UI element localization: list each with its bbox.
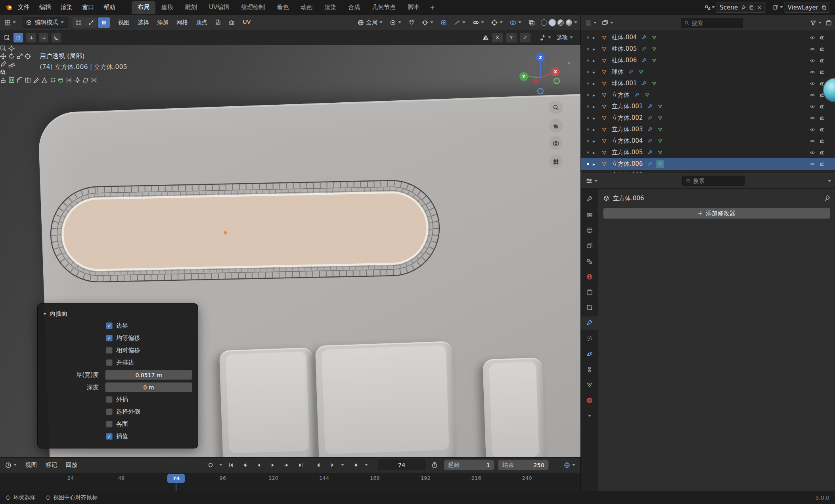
mesh-data-icon[interactable] [656,149,664,157]
disable-render-camera-icon[interactable] [818,137,826,145]
hide-eye-icon[interactable] [808,68,816,76]
modifier-wrench-icon[interactable] [646,149,654,157]
viewport-menu[interactable]: 添加 [153,17,172,28]
material-preview-button[interactable] [557,19,564,26]
outliner-row[interactable]: ▸ 立方体.003 [581,124,835,135]
field-value[interactable]: 0.0517 m [105,370,192,380]
expand-caret-icon[interactable]: ▸ [593,35,598,40]
frame-end-field[interactable]: 结束 250 [498,460,549,470]
rendered-shading-button[interactable] [566,19,572,26]
modifier-wrench-icon[interactable] [646,172,654,173]
modifier-wrench-icon[interactable] [640,57,648,65]
outliner-row[interactable]: ▸ 立方体.005 [581,147,835,158]
workspace-tab[interactable]: 渲染 [318,1,342,14]
checkbox[interactable] [106,433,113,440]
workspace-tab[interactable]: 雕刻 [179,1,203,14]
unlink-icon[interactable]: × [757,4,762,11]
camera-view-button[interactable] [549,136,563,150]
workspace-tab[interactable]: 动画 [295,1,318,14]
tool-knife[interactable] [33,78,39,85]
hide-eye-icon[interactable] [808,172,816,173]
overlays-dropdown[interactable] [509,19,523,26]
disable-render-camera-icon[interactable] [818,114,826,122]
operator-checkbox-row[interactable]: 各面 [43,418,192,430]
select-mode-new-button[interactable] [13,33,23,42]
viewport-menu[interactable]: 网格 [173,17,192,28]
new-collection-icon[interactable] [825,20,832,26]
face-select-button[interactable] [98,17,110,28]
disable-render-camera-icon[interactable] [818,126,826,134]
expand-caret-icon[interactable]: ▸ [593,161,598,167]
tool-smooth[interactable] [57,78,64,85]
object-name[interactable]: 立方体.001 [612,103,643,110]
tab-material[interactable] [581,394,598,407]
copy-icon[interactable] [822,5,826,10]
properties-editor-type-button[interactable] [585,178,599,184]
tool-shear[interactable] [82,78,89,85]
outliner-row[interactable]: ▸ 立方体.006 [581,158,835,170]
auto-keying-toggle[interactable] [205,460,216,470]
tool-box-select[interactable] [0,46,6,53]
hide-eye-icon[interactable] [808,103,816,111]
playhead-badge[interactable]: 74 [167,474,185,483]
outliner-row[interactable]: ▸ 柱体.005 [581,43,835,55]
disable-render-camera-icon[interactable] [818,34,826,42]
object-name[interactable]: 立方体.004 [612,137,643,145]
checkbox[interactable] [106,421,113,427]
outliner-row[interactable]: ▸ 柱体.004 [581,32,835,43]
outliner-row[interactable]: ▸ 立方体.002 [581,112,835,124]
mirror-axis-button[interactable]: Y [506,33,517,42]
hide-eye-icon[interactable] [808,114,816,122]
expand-caret-icon[interactable]: ▸ [593,150,598,155]
workspace-tab[interactable]: 纹理绘制 [235,1,271,14]
outliner-row[interactable]: ▸ 立方体.004 [581,135,835,147]
tool-annotate[interactable] [0,62,6,69]
axis-y-handle[interactable]: Y [519,72,528,81]
object-name[interactable]: 立方体 [612,91,630,99]
viewport-canvas[interactable]: 用户透视 (局部) (74) 立方体.006 | 立方体.005 Z X Y [0,45,580,457]
frame-step-back-button[interactable] [313,460,324,470]
jump-to-start-button[interactable] [226,460,236,470]
hide-eye-icon[interactable] [808,57,816,65]
mesh-data-icon[interactable] [637,68,645,76]
modifier-wrench-icon[interactable] [646,160,654,168]
expand-caret-icon[interactable]: ▸ [593,81,598,86]
tool-loop-cut[interactable] [25,78,31,85]
solid-shading-button[interactable] [549,19,555,26]
expand-caret-icon[interactable]: ▸ [593,92,598,98]
outliner-row[interactable]: ▸ 立方体.001 [581,101,835,112]
operator-panel-header[interactable]: 内插面 [43,308,192,320]
modifier-wrench-icon[interactable] [646,137,654,145]
topbar-menu[interactable]: 窗口 [78,2,98,13]
workspace-tab[interactable]: 着色 [271,1,295,14]
field-value[interactable]: 0 m [105,382,192,392]
outliner-search-input[interactable] [692,20,739,26]
prev-keyframe-button[interactable] [240,460,250,470]
checkbox[interactable] [106,322,113,329]
scene-sync-dropdown[interactable] [563,462,576,468]
snap-base-widget[interactable] [538,34,552,41]
tool-rotate[interactable] [8,54,15,61]
expand-caret-icon[interactable]: ▸ [593,115,598,121]
tab-output[interactable] [581,224,598,237]
viewport-menu[interactable]: UV [239,17,255,28]
axis-x-neg-handle[interactable] [533,79,538,84]
timeline-menu[interactable]: 标记 [42,460,61,470]
add-workspace-button[interactable]: + [425,1,439,14]
mirror-axis-button[interactable]: Z [520,33,530,42]
checkbox[interactable] [106,396,113,403]
tool-edge-slide[interactable] [66,78,72,85]
workspace-tab[interactable]: 几何节点 [366,1,402,14]
tab-scene[interactable] [581,255,598,268]
tab-object[interactable] [581,301,598,314]
mesh-data-icon[interactable] [656,137,664,145]
transform-orientation-dropdown[interactable]: 全局 [356,19,384,26]
axis-z-neg-handle[interactable] [537,88,544,94]
current-frame-field[interactable]: 74 [378,460,425,470]
tool-scale[interactable] [17,54,23,61]
operator-checkbox-row[interactable]: 边界 [43,320,192,332]
tool-add-cube[interactable] [0,70,6,77]
topbar-menu[interactable]: 文件 [13,2,34,13]
topbar-menu[interactable]: 编辑 [35,2,56,13]
viewport-menu[interactable]: 选择 [134,17,153,28]
